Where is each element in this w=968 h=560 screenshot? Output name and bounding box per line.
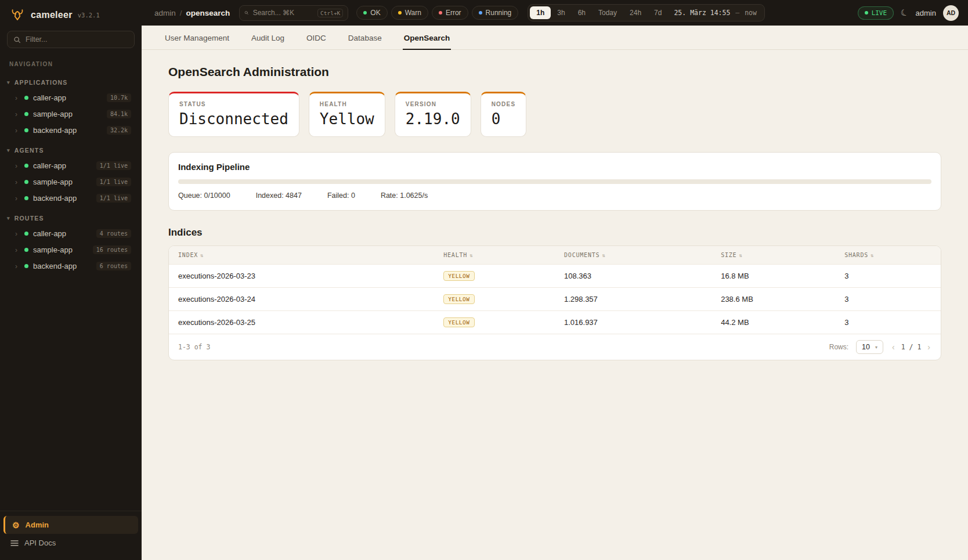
rate-stat: Rate: 1.0625/s <box>381 192 428 200</box>
next-page-button[interactable]: › <box>926 342 931 352</box>
opensearch-panel: OpenSearch Administration STATUS Disconn… <box>142 50 968 384</box>
rows-per-page-label: Rows: <box>829 343 848 351</box>
tab-database[interactable]: Database <box>347 26 383 50</box>
sort-icon: ⇅ <box>469 252 473 258</box>
cameleer-logo-icon <box>9 8 26 21</box>
avatar[interactable]: AD <box>943 5 959 21</box>
chevron-down-icon: ▾ <box>875 345 877 350</box>
topbar: admin / opensearch Ctrl+K OK Warn <box>142 0 968 26</box>
live-badge[interactable]: LIVE <box>858 6 894 20</box>
time-range-3h[interactable]: 3h <box>551 6 571 19</box>
sidebar-item-api-docs[interactable]: API Docs <box>3 534 138 552</box>
list-icon <box>10 540 19 547</box>
status-dot <box>24 96 28 100</box>
status-dot <box>24 112 28 116</box>
tab-user-management[interactable]: User Management <box>164 26 230 50</box>
rows-per-page-select[interactable]: 10 ▾ <box>856 340 883 354</box>
sidebar-item-agent-backend[interactable]: › backend-app 1/1 live <box>3 190 138 206</box>
chevron-down-icon: ▾ <box>7 80 10 85</box>
sidebar-item-route-sample[interactable]: › sample-app 16 routes <box>3 242 138 258</box>
topbar-right: LIVE ☾ admin AD <box>858 5 959 21</box>
col-header-shards[interactable]: SHARDS⇅ <box>835 246 941 264</box>
shortcut-hint: Ctrl+K <box>317 9 343 17</box>
health-badge: YELLOW <box>443 317 474 327</box>
stat-card-nodes: NODES 0 <box>481 92 527 137</box>
time-range-6h[interactable]: 6h <box>572 6 592 19</box>
live-badge: 1/1 live <box>96 178 131 186</box>
global-search-input[interactable] <box>253 9 313 17</box>
sidebar-item-route-caller[interactable]: › caller-app 4 routes <box>3 226 138 241</box>
col-header-size[interactable]: SIZE⇅ <box>711 246 835 264</box>
username: admin <box>916 9 936 17</box>
sidebar-item-route-backend[interactable]: › backend-app 6 routes <box>3 258 138 274</box>
tab-oidc[interactable]: OIDC <box>305 26 327 50</box>
time-range-24h[interactable]: 24h <box>623 6 648 19</box>
tab-audit-log[interactable]: Audit Log <box>250 26 286 50</box>
sidebar-item-app-caller[interactable]: › caller-app 10.7k <box>3 90 138 106</box>
time-range-1h[interactable]: 1h <box>530 6 551 19</box>
section-header-applications[interactable]: ▾ APPLICATIONS <box>0 75 142 89</box>
sort-icon: ⇅ <box>739 252 742 258</box>
routes-badge: 16 routes <box>93 245 131 254</box>
page-title: OpenSearch Administration <box>168 65 941 79</box>
chevron-right-icon: › <box>15 178 20 186</box>
date-range-label: 25. März 14:55 — now <box>668 9 763 17</box>
filter-ok[interactable]: OK <box>356 6 387 20</box>
chevron-right-icon: › <box>15 127 20 135</box>
sort-icon: ⇅ <box>602 252 605 258</box>
sidebar-item-agent-caller[interactable]: › caller-app 1/1 live <box>3 158 138 174</box>
chevron-right-icon: › <box>15 230 20 238</box>
section-header-agents[interactable]: ▾ AGENTS <box>0 143 142 157</box>
queue-stat: Queue: 0/10000 <box>178 192 230 200</box>
main-column: admin / opensearch Ctrl+K OK Warn <box>142 0 968 560</box>
section-header-routes[interactable]: ▾ ROUTES <box>0 211 142 225</box>
section-applications: ▾ APPLICATIONS › caller-app 10.7k › samp… <box>0 75 142 139</box>
sidebar-item-agent-sample[interactable]: › sample-app 1/1 live <box>3 174 138 190</box>
live-badge: 1/1 live <box>96 161 131 170</box>
breadcrumb-admin[interactable]: admin <box>154 9 176 17</box>
stat-card-health: HEALTH Yellow <box>309 92 385 137</box>
filter-running[interactable]: Running <box>472 6 519 20</box>
breadcrumb: admin / opensearch <box>154 9 230 17</box>
indices-table: INDEX⇅ HEALTH⇅ DOCUMENTS⇅ SIZE⇅ SHARDS⇅ <box>168 245 941 360</box>
table-row[interactable]: executions-2026-03-25 YELLOW 1.016.937 4… <box>169 310 941 334</box>
sidebar-item-admin[interactable]: ⚙ Admin <box>3 516 138 534</box>
col-header-documents[interactable]: DOCUMENTS⇅ <box>555 246 711 264</box>
time-range-7d[interactable]: 7d <box>648 6 668 19</box>
time-range-control: 1h 3h 6h Today 24h 7d 25. März 14:55 — n… <box>528 4 765 21</box>
stat-cards: STATUS Disconnected HEALTH Yellow VERSIO… <box>168 92 941 137</box>
status-value: Disconnected <box>179 110 288 128</box>
theme-toggle[interactable]: ☾ <box>899 6 910 19</box>
search-icon <box>13 36 21 44</box>
table-footer: 1-3 of 3 Rows: 10 ▾ ‹ 1 / 1 › <box>169 334 941 360</box>
gear-icon: ⚙ <box>12 521 20 529</box>
chevron-right-icon: › <box>15 246 20 254</box>
prev-page-button[interactable]: ‹ <box>891 342 896 352</box>
sidebar-item-app-backend[interactable]: › backend-app 32.2k <box>3 122 138 138</box>
logo[interactable]: cameleer v3.2.1 <box>0 0 142 28</box>
content: User Management Audit Log OIDC Database … <box>142 26 968 560</box>
sidebar-filter-input[interactable] <box>26 35 128 44</box>
tab-opensearch[interactable]: OpenSearch <box>403 26 452 50</box>
filter-error[interactable]: Error <box>432 6 468 20</box>
health-badge: YELLOW <box>443 271 474 281</box>
count-badge: 84.1k <box>107 110 131 118</box>
health-value: Yellow <box>320 110 374 128</box>
status-dot <box>24 164 28 168</box>
failed-stat: Failed: 0 <box>327 192 355 200</box>
sort-icon: ⇅ <box>871 252 874 258</box>
table-row[interactable]: executions-2026-03-23 YELLOW 108.363 16.… <box>169 264 941 287</box>
sidebar-item-app-sample[interactable]: › sample-app 84.1k <box>3 106 138 122</box>
chevron-down-icon: ▾ <box>7 147 10 153</box>
section-routes: ▾ ROUTES › caller-app 4 routes › sample-… <box>0 211 142 274</box>
col-header-index[interactable]: INDEX⇅ <box>169 246 434 264</box>
status-dot <box>24 196 28 200</box>
chevron-down-icon: ▾ <box>7 215 10 221</box>
status-dot <box>24 248 28 252</box>
table-row[interactable]: executions-2026-03-24 YELLOW 1.298.357 2… <box>169 287 941 310</box>
col-header-health[interactable]: HEALTH⇅ <box>434 246 555 264</box>
page-indicator: 1 / 1 <box>901 343 922 351</box>
time-range-today[interactable]: Today <box>592 6 623 19</box>
count-badge: 32.2k <box>107 126 131 135</box>
filter-warn[interactable]: Warn <box>391 6 428 20</box>
